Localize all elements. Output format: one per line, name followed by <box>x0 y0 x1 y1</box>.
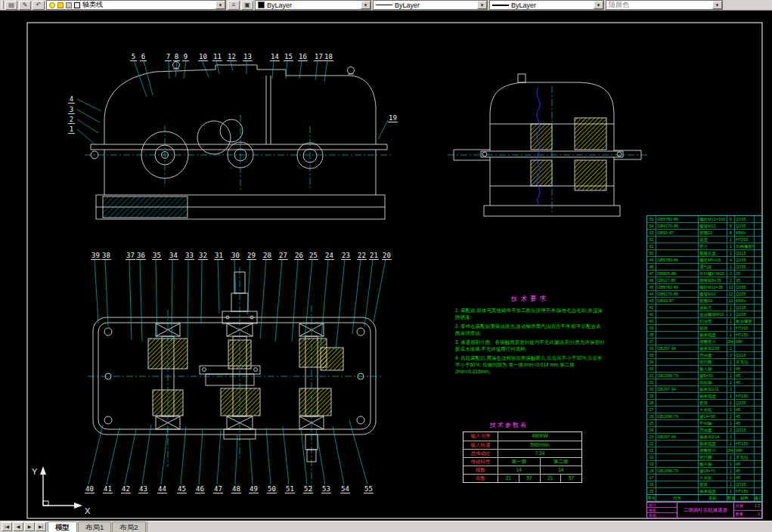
tab-nav-arrow-icon[interactable]: ▶ <box>24 522 35 531</box>
linetype-sample-icon <box>376 5 392 5</box>
plotstyle-dropdown-arrow-icon[interactable]: ▼ <box>712 1 722 9</box>
bom-row: 48 通气器 1 Q235 <box>647 264 761 271</box>
lineweight-dropdown-value: ByLayer <box>511 2 536 9</box>
make-object-layer-current-icon[interactable]: ✎ <box>19 1 31 10</box>
layer-on-bulb-icon[interactable] <box>49 2 55 8</box>
bom-row: 55 GB5782-86 螺栓M12×100 6 Q235 <box>647 216 761 223</box>
param-row-speed: 输入转速 590r/min <box>464 441 581 449</box>
bom-row: 32 GB1096-79 键8×50 1 45 <box>647 373 761 379</box>
layer-color-swatch <box>74 2 80 8</box>
lineweight-dropdown[interactable]: ByLayer ▼ <box>489 0 604 10</box>
bom-row: 35 挡油盘 2 Q215 <box>647 352 761 359</box>
param-row-teeth: 齿数 21 57 21 57 <box>464 474 581 482</box>
tab-layout1[interactable]: 布局1 <box>78 521 111 532</box>
title-block-scale: 比例 1:2 <box>734 503 761 511</box>
plotstyle-dropdown[interactable]: 随颜色 ▼ <box>606 0 723 10</box>
bom-row: 22 轴承端盖 1 HT150 <box>647 441 761 447</box>
title-block: 设计 校核 审核 二级圆柱齿轮减速器 比例 1:2 数量 1 <box>646 502 762 518</box>
bom-row: 28 套筒 1 Q235 <box>647 400 761 407</box>
bom-header: 序号 代号 名称 数量 材料 备注 <box>646 494 762 502</box>
ucs-y-label: Y <box>32 467 38 476</box>
bom-row: 46 GB117-86 圆锥销8×35 2 35 <box>647 277 761 284</box>
layer-dropdown-value: 轴类线 <box>82 0 103 10</box>
layer-previous-icon[interactable]: ↶ <box>33 1 45 10</box>
bom-row: 41 放油螺塞M16 1 Q235 <box>647 311 761 318</box>
lineweight-dropdown-arrow-icon[interactable]: ▼ <box>594 1 603 9</box>
linetype-dropdown[interactable]: ByLayer ▼ <box>373 0 488 10</box>
callout-leader-lines <box>77 60 388 484</box>
bom-row: 39 箱座 1 HT200 <box>647 325 761 332</box>
bom-row: 26 GB1096-79 键14×56 1 45 <box>647 413 761 420</box>
tab-model[interactable]: 模型 <box>48 521 77 532</box>
bom-row: 40 封油垫 1 耐油橡胶 <box>647 318 761 325</box>
param-table: 输入功率 480KW 输入转速 590r/min 总传动比 7.34 传动特性 … <box>463 431 582 483</box>
bom-row: 45 GB5782-86 螺栓M10×35 12 Q235 <box>647 284 761 291</box>
layer-thaw-sun-icon[interactable] <box>57 2 64 8</box>
title-block-signatures: 设计 校核 审核 <box>647 503 677 518</box>
bom-table: 55 GB5782-86 螺栓M12×100 6 Q235 54 GB6170-… <box>646 215 762 495</box>
bom-row: 25 中间轴 1 45 <box>647 420 761 427</box>
tab-nav: |◀◀▶▶| <box>0 521 48 532</box>
layers-dialog-icon[interactable]: ▤ <box>5 1 17 10</box>
layout-tabbar: |◀◀▶▶| 模型 布局1 布局2 <box>0 521 772 532</box>
object-properties-toolbar: ▤ ✎ ↶ 轴类线 ▼ ≡ ▣ ByLayer ▼ ByLayer ▼ ByLa… <box>0 0 772 11</box>
bom-row: 23 GB297-94 轴承30214 2 <box>647 434 761 441</box>
bom-row: 16 套筒 1 Q235 <box>647 481 761 488</box>
bom-row: 34 密封圈 1 羊毛毡 <box>647 359 761 366</box>
color-dropdown-arrow-icon[interactable]: ▼ <box>361 1 370 9</box>
tabbar-filler <box>147 521 772 532</box>
drawing-area[interactable]: Y X 5 6 7 8 9 10 11 12 13 <box>0 11 772 521</box>
section-view-centerlines <box>88 268 381 494</box>
tab-layout2[interactable]: 布局2 <box>112 521 145 532</box>
param-row-stage: 传动特性 第一级 第二级 <box>464 457 581 466</box>
autocad-window: ▤ ✎ ↶ 轴类线 ▼ ≡ ▣ ByLayer ▼ ByLayer ▼ ByLa… <box>0 0 772 532</box>
title-block-info: 比例 1:2 数量 1 <box>734 503 761 518</box>
bom-row: 44 GB6170-86 螺母M10 12 Q235 <box>647 291 761 298</box>
layer-dropdown-arrow-icon[interactable]: ▼ <box>215 1 225 9</box>
linetype-dropdown-arrow-icon[interactable]: ▼ <box>477 1 487 9</box>
bom-row: 53 GB93-87 垫圈12 6 65Mn <box>647 230 761 237</box>
bom-row: 37 调整垫片 2组 08F <box>647 339 761 345</box>
tab-nav-arrow-icon[interactable]: |◀ <box>2 522 12 531</box>
param-row-module: 模数 14 14 <box>464 466 581 474</box>
tech-requirements-title: 技术要求 <box>455 295 605 304</box>
bom-row: 27 大齿轮 1 45 <box>647 407 761 413</box>
layer-dropdown[interactable]: 轴类线 ▼ <box>46 0 226 10</box>
bom-row: 54 GB6170-86 螺母M12 6 Q235 <box>647 223 761 230</box>
plotstyle-dropdown-value: 随颜色 <box>609 0 629 10</box>
param-table-title: 技术参数表 <box>490 421 528 429</box>
bom-row: 50 窥视孔盖 1 Q215 <box>647 250 761 257</box>
param-row-ratio: 总传动比 7.34 <box>464 449 581 457</box>
bom-row: 24 挡油盘 2 Q215 <box>647 427 761 434</box>
bom-row: 47 GB825-88 吊环螺钉M10 2 20 <box>647 271 761 277</box>
tab-nav-arrow-icon[interactable]: ▶| <box>36 522 46 531</box>
bom-row: 17 大齿轮 1 45 <box>647 475 761 481</box>
bom-row: 18 GB1096-79 键18×70 1 45 <box>647 468 761 475</box>
bom-row: 31 齿轮轴 1 45 <box>647 379 761 386</box>
bom-row: 38 轴承端盖 1 HT150 <box>647 332 761 339</box>
bom-row: 52 箱盖 1 HT200 <box>647 237 761 243</box>
color-dropdown-value: ByLayer <box>267 2 292 9</box>
current-color-swatch <box>258 2 265 8</box>
bom-row: 43 GB93-87 垫圈10 12 65Mn <box>647 298 761 305</box>
title-block-qty: 数量 1 <box>734 511 761 518</box>
color-palette-icon[interactable]: ▣ <box>241 1 253 10</box>
tech-requirements: 技术要求 1. 装配前,箱体与其他铸件不加工面应清理干净,除去毛边毛刺,并浸涂防… <box>455 295 605 377</box>
bom-row: 36 GB297-94 轴承30208 2 <box>647 345 761 352</box>
bom-row: 29 轴承端盖 1 HT150 <box>647 393 761 400</box>
front-view <box>91 62 387 220</box>
tech-requirement-line: 4. 齿轮装配后,用涂色法检验齿面接触斑点,沿齿高不小于30%,沿齿长不小于50… <box>455 354 605 376</box>
color-dropdown[interactable]: ByLayer ▼ <box>255 0 371 10</box>
tech-requirement-line: 2. 零件在装配前用煤油清洗,滚动轴承用汽油清洗干净,晾干后配合表面涂润滑油; <box>455 323 605 337</box>
linetype-dropdown-value: ByLayer <box>395 2 420 9</box>
tech-requirement-line: 1. 装配前,箱体与其他铸件不加工面应清理干净,除去毛边毛刺,并浸涂防锈漆; <box>455 307 605 321</box>
bom-row: 20 密封圈 1 羊毛毡 <box>647 454 761 461</box>
toolbar-grip[interactable] <box>2 1 4 9</box>
param-row-power: 输入功率 480KW <box>464 432 581 441</box>
tech-requirement-line: 3. 减速器剖分面、各接触面及密封处均不允许漏油,剖分面允许涂密封胶或水玻璃,不… <box>455 339 605 353</box>
layer-lock-icon[interactable] <box>66 2 72 8</box>
tab-nav-arrow-icon[interactable]: ◀ <box>13 522 23 531</box>
bom-row: 51 垫片 1 石棉橡胶纸 <box>647 243 761 250</box>
bom-row: 30 GB297-94 轴承30211 2 <box>647 386 761 393</box>
layer-states-icon[interactable]: ≡ <box>228 1 240 10</box>
